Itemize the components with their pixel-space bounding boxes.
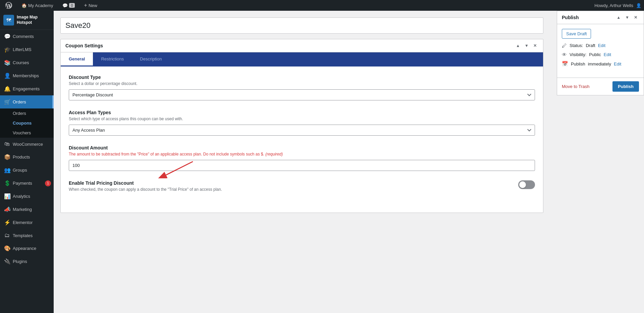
publish-body: Save Draft 🖊 Status: Draft Edit 👁 Visibi… [557, 24, 644, 75]
sidebar-item-lifterlms[interactable]: 🎓 LifterLMS [0, 43, 54, 56]
visibility-value: Public [589, 52, 601, 57]
payments-badge: 1 [45, 180, 51, 186]
access-plan-select[interactable]: Any Access Plan Single Course Membership [69, 125, 535, 136]
sidebar-item-label: Analytics [13, 194, 30, 199]
meta-box-up[interactable]: ▲ [514, 43, 522, 49]
sidebar-item-payments[interactable]: 💲 Payments 1 [0, 177, 54, 190]
comments-link[interactable]: 💬 0 [60, 0, 77, 11]
sidebar: 🗺 Image MapHotspot 💬 Comments 🎓 LifterLM… [0, 11, 54, 313]
sidebar-logo: 🗺 Image MapHotspot [0, 11, 54, 30]
visibility-label: Visibility: [570, 52, 586, 57]
coupon-settings-box: Coupon Settings ▲ ▼ ✕ General Restrictio… [60, 39, 543, 213]
home-icon: 🏠 [21, 3, 27, 8]
main-content: Save20 Coupon Settings ▲ ▼ ✕ General Res… [54, 11, 550, 313]
sidebar-submenu-vouchers[interactable]: Vouchers [0, 128, 54, 138]
sidebar-item-label: Elementor [13, 220, 33, 225]
tab-general[interactable]: General [61, 52, 93, 66]
payments-nav-icon: 💲 [4, 180, 10, 186]
sidebar-item-label: Comments [13, 34, 34, 39]
sidebar-item-groups[interactable]: 👥 Groups [0, 164, 54, 177]
access-plan-label: Access Plan Types [69, 110, 535, 115]
status-row: 🖊 Status: Draft Edit [562, 43, 639, 48]
sidebar-item-comments[interactable]: 💬 Comments [0, 30, 54, 43]
lifterlms-nav-icon: 🎓 [4, 46, 10, 53]
products-nav-icon: 📦 [4, 154, 10, 160]
move-to-trash-link[interactable]: Move to Trash [562, 84, 589, 89]
meta-box-down[interactable]: ▼ [523, 43, 530, 49]
wp-logo-link[interactable] [3, 0, 15, 11]
user-greeting: Howdy, Arthur Wells [594, 3, 633, 8]
sidebar-item-appearance[interactable]: 🎨 Appearance [0, 242, 54, 255]
admin-bar: 🏠 My Academy 💬 0 + New Howdy, Arthur Wel… [0, 0, 644, 11]
sidebar-item-woocommerce[interactable]: 🛍 WooCommerce [0, 138, 54, 150]
new-content-link[interactable]: + New [82, 0, 100, 11]
sidebar-item-marketing[interactable]: 📣 Marketing [0, 203, 54, 216]
status-icon: 🖊 [562, 43, 567, 48]
elementor-nav-icon: ⚡ [4, 219, 10, 226]
visibility-row: 👁 Visibility: Public Edit [562, 52, 639, 57]
publish-header-controls: ▲ ▼ ✕ [615, 14, 639, 20]
sidebar-item-label: Orders [13, 99, 26, 104]
meta-box-close[interactable]: ✕ [532, 43, 538, 49]
sidebar-item-templates[interactable]: 🗂 Templates [0, 229, 54, 242]
meta-box-controls: ▲ ▼ ✕ [514, 43, 538, 49]
toggle-thumb [519, 181, 526, 188]
publish-header: Publish ▲ ▼ ✕ [557, 11, 644, 24]
discount-type-desc: Select a dollar or percentage discount. [69, 81, 535, 86]
sidebar-item-orders[interactable]: 🛒 Orders [0, 95, 54, 108]
publish-timing-edit-link[interactable]: Edit [614, 61, 621, 66]
status-edit-link[interactable]: Edit [598, 43, 605, 48]
sidebar-item-label: WooCommerce [13, 142, 43, 147]
trial-pricing-toggle[interactable] [518, 180, 535, 189]
access-plan-desc: Select which type of access plans this c… [69, 117, 535, 121]
visibility-icon: 👁 [562, 52, 567, 57]
trial-pricing-row: Enable Trial Pricing Discount When check… [69, 180, 535, 195]
orders-nav-icon: 🛒 [4, 99, 10, 105]
sidebar-item-engagements[interactable]: 🔔 Engagements [0, 82, 54, 95]
discount-amount-desc-text: The amount to be subtracted from the "Pr… [69, 152, 283, 156]
calendar-icon: 📅 [562, 61, 568, 67]
templates-nav-icon: 🗂 [4, 232, 10, 238]
sidebar-item-memberships[interactable]: 👤 Memberships [0, 69, 54, 82]
marketing-nav-icon: 📣 [4, 206, 10, 213]
sidebar-submenu-orders[interactable]: Orders [0, 108, 54, 118]
publish-button[interactable]: Publish [612, 81, 639, 92]
publish-collapse-up[interactable]: ▲ [615, 14, 622, 20]
publish-collapse-down[interactable]: ▼ [624, 14, 631, 20]
site-name-link[interactable]: 🏠 My Academy [19, 0, 56, 11]
comments-count: 0 [69, 3, 74, 8]
publish-timing-value: immediately [588, 61, 611, 66]
sidebar-item-label: Engagements [13, 86, 40, 91]
memberships-nav-icon: 👤 [4, 73, 10, 79]
sidebar-item-products[interactable]: 📦 Products [0, 150, 54, 164]
sidebar-item-label: Plugins [13, 259, 27, 264]
comments-nav-icon: 💬 [4, 33, 10, 40]
publish-close[interactable]: ✕ [632, 14, 639, 20]
tab-description[interactable]: Description [132, 52, 170, 66]
tab-restrictions[interactable]: Restrictions [93, 52, 132, 66]
discount-amount-input-wrapper [69, 160, 535, 171]
status-label: Status: [570, 43, 583, 48]
discount-amount-section: Discount Amount The amount to be subtrac… [69, 145, 535, 171]
sidebar-item-courses[interactable]: 📚 Courses [0, 56, 54, 69]
discount-amount-input[interactable] [69, 160, 535, 171]
save-draft-button[interactable]: Save Draft [562, 29, 591, 39]
discount-type-select[interactable]: Percentage Discount Dollar Discount [69, 89, 535, 100]
site-name: My Academy [28, 3, 53, 8]
coupon-title[interactable]: Save20 [60, 17, 543, 34]
publish-title: Publish [562, 15, 579, 20]
sidebar-item-label: Memberships [13, 73, 39, 78]
woocommerce-nav-icon: 🛍 [4, 141, 10, 147]
visibility-edit-link[interactable]: Edit [604, 52, 611, 57]
analytics-nav-icon: 📊 [4, 193, 10, 199]
sidebar-submenu-coupons[interactable]: Coupons [0, 118, 54, 128]
plus-icon: + [84, 2, 87, 8]
orders-submenu: Orders Coupons Vouchers [0, 108, 54, 138]
access-plan-section: Access Plan Types Select which type of a… [69, 110, 535, 136]
sidebar-item-label: LifterLMS [13, 47, 32, 52]
publish-timing-label: Publish [571, 61, 585, 66]
sidebar-item-plugins[interactable]: 🔌 Plugins [0, 255, 54, 268]
groups-nav-icon: 👥 [4, 167, 10, 173]
sidebar-item-analytics[interactable]: 📊 Analytics [0, 190, 54, 203]
sidebar-item-elementor[interactable]: ⚡ Elementor [0, 216, 54, 229]
